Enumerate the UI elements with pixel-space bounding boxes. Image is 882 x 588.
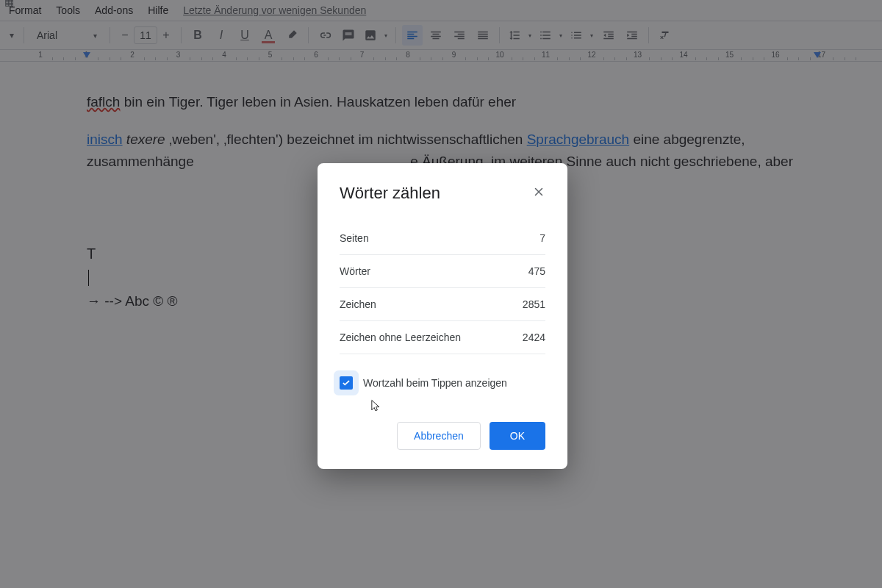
close-icon xyxy=(532,185,545,198)
ok-button[interactable]: OK xyxy=(490,422,545,450)
stat-row: Wörter475 xyxy=(340,255,545,288)
stat-label: Zeichen xyxy=(340,298,376,310)
stat-value: 2851 xyxy=(523,298,545,310)
word-count-dialog: Wörter zählen Seiten7Wörter475Zeichen285… xyxy=(318,163,567,469)
show-count-while-typing-row: Wortzahl beim Tippen anzeigen xyxy=(340,376,545,390)
stat-label: Wörter xyxy=(340,265,370,277)
stat-label: Seiten xyxy=(340,232,369,244)
stat-row: Zeichen ohne Leerzeichen2424 xyxy=(340,321,545,354)
checkmark-icon xyxy=(341,378,351,388)
close-button[interactable] xyxy=(532,185,545,201)
stat-value: 2424 xyxy=(523,331,545,343)
stat-label: Zeichen ohne Leerzeichen xyxy=(340,331,461,343)
cancel-button[interactable]: Abbrechen xyxy=(397,422,481,450)
dialog-title: Wörter zählen xyxy=(340,184,440,203)
show-count-checkbox[interactable] xyxy=(340,376,353,390)
stat-value: 475 xyxy=(528,265,545,277)
stat-row: Zeichen2851 xyxy=(340,288,545,321)
checkbox-label: Wortzahl beim Tippen anzeigen xyxy=(363,377,507,389)
stat-value: 7 xyxy=(539,232,545,244)
stat-row: Seiten7 xyxy=(340,222,545,255)
